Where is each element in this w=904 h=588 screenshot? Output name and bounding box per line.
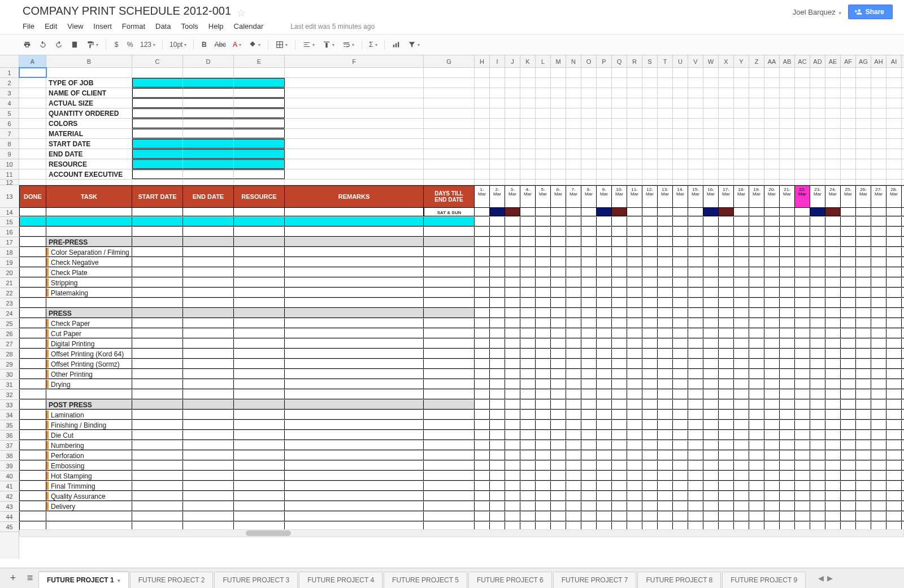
cell[interactable] xyxy=(749,88,764,98)
cell[interactable] xyxy=(285,227,424,237)
cell[interactable] xyxy=(520,278,536,288)
cell[interactable] xyxy=(475,159,490,169)
undo-icon[interactable] xyxy=(36,38,50,51)
cell[interactable] xyxy=(795,119,810,128)
cell[interactable] xyxy=(856,329,871,338)
cell[interactable] xyxy=(183,278,234,288)
cell[interactable] xyxy=(490,512,505,521)
cell[interactable] xyxy=(810,217,825,227)
cell[interactable] xyxy=(597,108,612,118)
cell[interactable] xyxy=(703,288,719,298)
cell[interactable] xyxy=(19,319,46,328)
cell[interactable] xyxy=(536,227,551,237)
cell[interactable] xyxy=(19,390,46,399)
cell[interactable] xyxy=(475,319,490,328)
cell[interactable] xyxy=(810,68,825,77)
cell[interactable] xyxy=(505,108,520,118)
cell[interactable] xyxy=(234,129,285,138)
cell[interactable] xyxy=(234,380,285,389)
cell[interactable] xyxy=(505,129,520,138)
cell[interactable] xyxy=(520,139,536,149)
cell[interactable] xyxy=(642,88,658,98)
cell[interactable] xyxy=(505,278,520,288)
cell[interactable] xyxy=(551,369,566,379)
cell[interactable] xyxy=(764,471,780,481)
cell[interactable] xyxy=(703,88,719,98)
cell[interactable] xyxy=(719,349,734,359)
cell[interactable] xyxy=(688,349,703,359)
cell[interactable] xyxy=(612,129,627,138)
cell[interactable] xyxy=(886,278,902,288)
cell[interactable] xyxy=(183,461,234,471)
cell[interactable] xyxy=(734,329,749,338)
cell[interactable] xyxy=(734,512,749,521)
cell[interactable] xyxy=(871,390,886,399)
cell[interactable] xyxy=(658,441,673,450)
cell[interactable] xyxy=(688,159,703,169)
cell[interactable] xyxy=(581,208,597,216)
cell[interactable] xyxy=(612,481,627,491)
cell[interactable] xyxy=(46,227,132,237)
redo-icon[interactable] xyxy=(52,38,66,51)
cell[interactable] xyxy=(505,380,520,389)
cell[interactable] xyxy=(810,349,825,359)
cell[interactable] xyxy=(566,380,581,389)
cell[interactable] xyxy=(285,512,424,521)
cell[interactable] xyxy=(285,129,424,138)
cell[interactable] xyxy=(795,471,810,481)
cell[interactable]: Check Negative xyxy=(46,258,132,267)
cell[interactable] xyxy=(795,410,810,420)
cell[interactable] xyxy=(902,410,904,420)
cell[interactable]: NAME OF CLIENT xyxy=(46,88,132,98)
cell[interactable] xyxy=(642,461,658,471)
cell[interactable] xyxy=(581,108,597,118)
cell[interactable] xyxy=(581,420,597,430)
cell[interactable] xyxy=(764,159,780,169)
row-header[interactable]: 2 xyxy=(0,78,19,88)
cell[interactable] xyxy=(688,119,703,128)
cell[interactable] xyxy=(19,410,46,420)
cell[interactable] xyxy=(856,319,871,328)
cell[interactable] xyxy=(795,278,810,288)
cell[interactable] xyxy=(871,420,886,430)
cell[interactable] xyxy=(719,258,734,267)
cell[interactable] xyxy=(612,380,627,389)
cell[interactable] xyxy=(490,410,505,420)
cell[interactable] xyxy=(505,159,520,169)
cell[interactable] xyxy=(19,88,46,98)
cell[interactable] xyxy=(520,247,536,257)
cell[interactable] xyxy=(780,349,795,359)
cell[interactable] xyxy=(536,319,551,328)
cell[interactable] xyxy=(673,329,688,338)
cell[interactable] xyxy=(780,390,795,399)
cell[interactable] xyxy=(886,420,902,430)
cell[interactable] xyxy=(566,491,581,501)
cell[interactable] xyxy=(19,339,46,349)
cell[interactable] xyxy=(841,491,856,501)
cell[interactable] xyxy=(810,359,825,369)
cell[interactable] xyxy=(566,108,581,118)
cell[interactable]: 14- Mar xyxy=(673,185,688,208)
cell[interactable] xyxy=(551,68,566,77)
cell[interactable] xyxy=(475,410,490,420)
cell[interactable] xyxy=(810,298,825,308)
cell[interactable]: 5- Mar xyxy=(536,185,551,208)
cell[interactable] xyxy=(536,471,551,481)
col-header[interactable]: Y xyxy=(734,55,749,67)
cell[interactable] xyxy=(490,180,505,185)
row-header[interactable]: 20 xyxy=(0,268,19,278)
cell[interactable] xyxy=(810,380,825,389)
cell[interactable] xyxy=(795,258,810,267)
cell[interactable] xyxy=(19,237,46,247)
cell[interactable] xyxy=(902,369,904,379)
cell[interactable] xyxy=(734,258,749,267)
cell[interactable] xyxy=(424,400,475,410)
cell[interactable] xyxy=(734,390,749,399)
cell[interactable] xyxy=(551,98,566,108)
cell[interactable] xyxy=(825,451,841,460)
sheet-nav-arrows[interactable]: ◀▶ xyxy=(807,568,844,588)
cell[interactable] xyxy=(886,329,902,338)
cell[interactable] xyxy=(520,430,536,440)
cell[interactable] xyxy=(19,359,46,369)
cell[interactable] xyxy=(520,68,536,77)
